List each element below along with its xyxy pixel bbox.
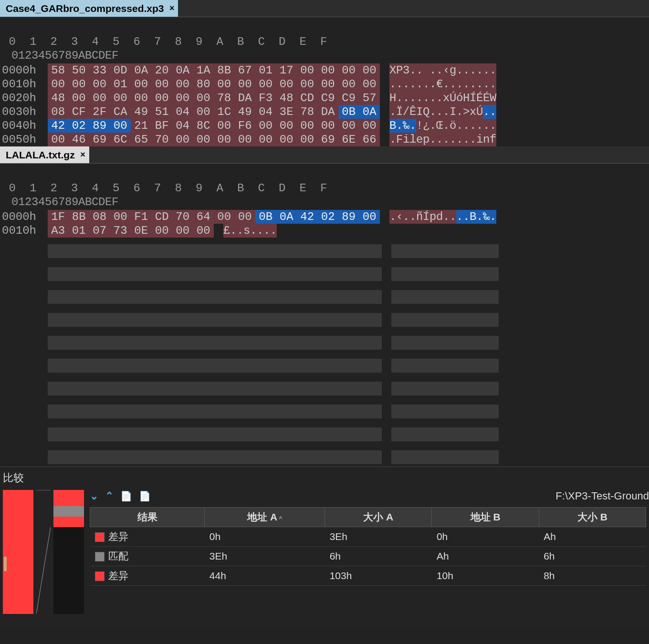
table-row[interactable]: 差异0h3Eh0hAh	[90, 527, 646, 547]
swatch-icon	[95, 571, 105, 581]
tabbar-1: Case4_GARbro_compressed.xp3 ×	[0, 0, 649, 17]
minimap-file-a[interactable]	[3, 490, 33, 614]
compare-panel: 比较 F:\XP3-Test-Ground ⌄ ⌃ 📄 📄	[0, 467, 649, 629]
copy-left-icon[interactable]: 📄	[120, 490, 132, 502]
prev-diff-icon[interactable]: ⌃	[105, 490, 114, 502]
swatch-icon	[95, 532, 105, 542]
col-2[interactable]: 大小 A	[325, 508, 432, 527]
table-row[interactable]: 差异44h103h10h8h	[90, 566, 646, 586]
minimap-file-b[interactable]	[53, 490, 84, 614]
minimap[interactable]	[3, 488, 84, 617]
tab-label: LALALA.txt.gz	[6, 149, 75, 161]
hex-pane-1: Case4_GARbro_compressed.xp3 × 0123456789…	[0, 0, 649, 146]
swatch-icon	[95, 552, 105, 561]
tabbar-2: LALALA.txt.gz ×	[0, 146, 649, 164]
hex-grid-2[interactable]: 0123456789ABCDEF0123456789ABCDEF0000h1F8…	[0, 164, 649, 238]
file-path: F:\XP3-Test-Ground	[555, 490, 649, 502]
compare-title: 比较	[3, 471, 646, 485]
close-icon[interactable]: ×	[169, 3, 175, 13]
tab-file-1[interactable]: Case4_GARbro_compressed.xp3 ×	[0, 0, 178, 17]
col-1[interactable]: 地址 A	[205, 508, 325, 527]
tab-label: Case4_GARbro_compressed.xp3	[6, 3, 164, 14]
tab-file-2[interactable]: LALALA.txt.gz ×	[0, 146, 89, 163]
compare-results-table[interactable]: 结果地址 A大小 A地址 B大小 B 差异0h3Eh0hAh匹配3Eh6hAh6…	[90, 507, 646, 586]
col-0[interactable]: 结果	[90, 508, 205, 527]
hex-pane-2: LALALA.txt.gz × 0123456789ABCDEF01234567…	[0, 146, 649, 467]
col-4[interactable]: 大小 B	[539, 508, 646, 527]
minimap-connector	[38, 490, 49, 614]
table-row[interactable]: 匹配3Eh6hAh6h	[90, 547, 646, 566]
empty-rows	[0, 238, 649, 467]
hex-grid-1[interactable]: 0123456789ABCDEF0123456789ABCDEF0000h585…	[0, 17, 649, 146]
next-diff-icon[interactable]: ⌄	[90, 490, 98, 502]
copy-right-icon[interactable]: 📄	[139, 490, 151, 502]
close-icon[interactable]: ×	[80, 150, 85, 160]
col-3[interactable]: 地址 B	[432, 508, 539, 527]
